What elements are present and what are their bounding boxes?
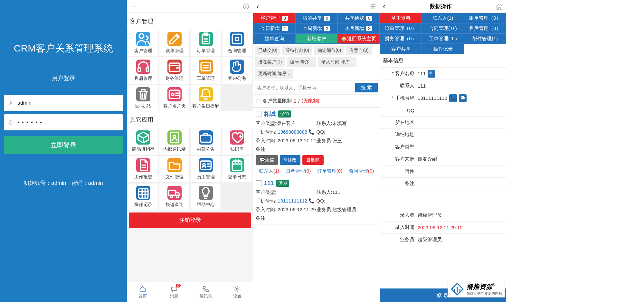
username-input[interactable] bbox=[17, 100, 118, 106]
tile-label: 内部通讯录 bbox=[163, 146, 186, 152]
meta-row: 业务员超级管理员 bbox=[380, 234, 506, 246]
tile-工单管理[interactable]: 工单管理 bbox=[191, 57, 221, 84]
search-input[interactable] bbox=[255, 83, 353, 92]
tile-客户管理[interactable]: 客户管理 bbox=[128, 30, 158, 56]
svg-rect-21 bbox=[138, 189, 148, 198]
tile-售后管理[interactable]: 售后管理 bbox=[128, 57, 158, 84]
filter-pill[interactable]: 编号 降序 ↓ bbox=[287, 57, 316, 67]
nav-消息[interactable]: 消息0 bbox=[158, 282, 190, 302]
svg-point-24 bbox=[176, 195, 178, 197]
field-row: 客户类型 bbox=[380, 141, 506, 153]
detail-tab[interactable]: 合同管理( 0 ) bbox=[422, 23, 464, 33]
customer-name[interactable]: 柘城 bbox=[264, 110, 276, 118]
tile-文件管理[interactable]: 文件管理 bbox=[159, 156, 189, 182]
card-link[interactable]: 合同管理(0) bbox=[349, 168, 374, 174]
flag-icon[interactable] bbox=[131, 3, 137, 10]
detail-tab[interactable]: 操作记录 bbox=[422, 44, 464, 54]
edit-button[interactable]: ✎修改 bbox=[280, 155, 300, 165]
logout-button[interactable]: 注销登录 bbox=[129, 212, 251, 228]
phone-icon[interactable]: 📞 bbox=[449, 94, 457, 102]
phone-link[interactable]: 13688888888 bbox=[278, 129, 307, 135]
checkbox[interactable] bbox=[256, 180, 261, 186]
card-link[interactable]: 订单管理(0) bbox=[317, 168, 342, 174]
detail-tab[interactable]: 财务管理（0） bbox=[380, 33, 422, 44]
username-field[interactable] bbox=[4, 95, 123, 111]
tile-合同管理[interactable]: 合同管理 bbox=[222, 30, 252, 56]
filter-pill[interactable]: 录入时间 降序 ↓ bbox=[318, 57, 356, 67]
card-link[interactable]: 跟单管理(0) bbox=[286, 168, 311, 174]
detail-tab[interactable]: 基本资料 bbox=[380, 13, 422, 23]
tile-客户生日提醒[interactable]: 客户生日提醒 bbox=[191, 85, 221, 111]
field-key: QQ bbox=[380, 108, 418, 113]
nav-首页[interactable]: 首页 bbox=[127, 282, 158, 302]
tile-财务管理[interactable]: 财务管理 bbox=[159, 57, 189, 84]
sms-button[interactable]: 💬短信 bbox=[256, 155, 278, 165]
chat-icon[interactable]: 💬 bbox=[459, 94, 467, 102]
customer-list-panel: ‹ 客户管理3我的共享0共享给我0今日新增1本周新增2本月新增2撞单查询新增客户… bbox=[253, 0, 380, 302]
nav-通讯录[interactable]: 通讯录 bbox=[190, 282, 222, 302]
tile-客户公海[interactable]: 客户公海 bbox=[222, 57, 252, 84]
detail-tab[interactable]: 联系人(1) bbox=[422, 13, 464, 23]
tile-知识库[interactable]: 知识库 bbox=[222, 128, 252, 155]
tab-撞单查询[interactable]: 撞单查询 bbox=[253, 33, 295, 44]
filter-pill[interactable]: 确定细节(0) bbox=[314, 46, 344, 55]
tab-客户管理[interactable]: 客户管理3 bbox=[253, 13, 295, 23]
tile-帮助中心[interactable]: 帮助中心 bbox=[191, 184, 221, 210]
tab-label: 🏠返回系统主页 bbox=[341, 36, 376, 42]
filter-pill[interactable]: 潜在客户(1) bbox=[255, 57, 285, 67]
tile-操作记录[interactable]: 操作记录 bbox=[128, 184, 158, 210]
call-icon[interactable]: 📞 bbox=[308, 129, 315, 135]
avatar-icon[interactable] bbox=[243, 3, 249, 10]
tab-count: 0 bbox=[324, 16, 330, 21]
detail-tab[interactable]: 附件管理(1) bbox=[464, 33, 506, 44]
tile-订单管理[interactable]: 订单管理 bbox=[191, 30, 221, 56]
tile-快递查询[interactable]: 快递查询 bbox=[159, 184, 189, 210]
checkbox[interactable] bbox=[256, 111, 261, 117]
detail-topbar: ‹ 数据操作 bbox=[380, 0, 506, 13]
filter-pill[interactable]: 有意向(0) bbox=[346, 46, 372, 55]
phone-link[interactable]: 13111111112 bbox=[278, 198, 307, 203]
nav-设置[interactable]: 设置 bbox=[222, 282, 253, 302]
tab-本周新增[interactable]: 本周新增2 bbox=[295, 23, 337, 33]
detail-tab[interactable]: 工单管理( 1 ) bbox=[422, 33, 464, 44]
tab-本月新增[interactable]: 本月新增2 bbox=[337, 23, 380, 33]
tab-共享给我[interactable]: 共享给我0 bbox=[337, 13, 380, 23]
tab-我的共享[interactable]: 我的共享0 bbox=[295, 13, 337, 23]
tile-回 收 站[interactable]: 回 收 站 bbox=[128, 85, 158, 111]
home-icon[interactable] bbox=[496, 3, 503, 10]
detail-tab[interactable]: 售后管理（0） bbox=[464, 23, 506, 33]
filter-icon[interactable] bbox=[369, 3, 376, 10]
tab-新增客户[interactable]: 新增客户 bbox=[295, 33, 337, 44]
back-icon[interactable]: ‹ bbox=[256, 2, 259, 11]
filter-pill[interactable]: 更新时间 降序 ↓ bbox=[255, 69, 293, 79]
search-icon[interactable]: 🔍 bbox=[428, 70, 435, 78]
tile-内部公告[interactable]: 内部公告 bbox=[191, 128, 221, 155]
tile-内部通讯录[interactable]: 内部通讯录 bbox=[159, 128, 189, 155]
filter-pill[interactable]: 已成交(0) bbox=[255, 46, 280, 55]
tile-商品进销存[interactable]: 商品进销存 bbox=[128, 128, 158, 155]
svg-rect-25 bbox=[172, 287, 177, 290]
tile-客户名片夹[interactable]: 客户名片夹 bbox=[159, 85, 189, 111]
delete-button[interactable]: 🗑删除 bbox=[302, 155, 324, 165]
tab-今日新增[interactable]: 今日新增1 bbox=[253, 23, 295, 33]
tile-登录日志[interactable]: 登录日志 bbox=[222, 156, 252, 182]
search-button[interactable]: 搜 索 bbox=[355, 83, 378, 92]
tile-跟单管理[interactable]: 跟单管理 bbox=[159, 30, 189, 56]
dashboard-panel: 客户管理 客户管理跟单管理订单管理合同管理售后管理财务管理工单管理客户公海回 收… bbox=[127, 0, 253, 302]
home-icon bbox=[139, 286, 146, 293]
login-button[interactable]: 立即登录 bbox=[4, 136, 123, 154]
detail-tab[interactable]: 跟单管理（0） bbox=[464, 13, 506, 23]
filter-pill[interactable]: 等待打款(0) bbox=[282, 46, 312, 55]
tab-🏠返回系统主页[interactable]: 🏠返回系统主页 bbox=[337, 33, 380, 44]
meta-value: 2023-06-12 11:29:10 bbox=[418, 225, 506, 230]
call-icon[interactable]: 📞 bbox=[308, 198, 315, 203]
back-icon[interactable]: ‹ bbox=[383, 2, 385, 11]
detail-tab[interactable]: 客户共享 bbox=[380, 44, 422, 54]
tile-工作报告[interactable]: 工作报告 bbox=[128, 156, 158, 182]
password-field[interactable]: • • • • • • bbox=[4, 114, 123, 130]
tile-员工管理[interactable]: 员工管理 bbox=[191, 156, 221, 182]
card-link[interactable]: 联系人(1) bbox=[259, 168, 279, 174]
customer-name[interactable]: 111 bbox=[264, 180, 274, 187]
detail-tab[interactable]: 订单管理（0） bbox=[380, 23, 422, 33]
edit-icon bbox=[167, 32, 182, 46]
